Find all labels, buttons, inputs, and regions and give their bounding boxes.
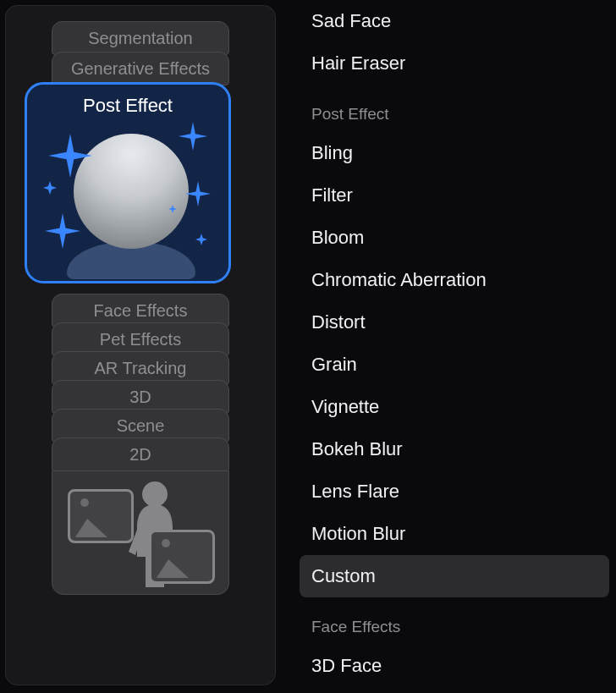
category-card-2d[interactable]: 2D bbox=[52, 437, 229, 471]
effect-item-bloom[interactable]: Bloom bbox=[300, 217, 609, 259]
sparkle-icon bbox=[43, 181, 57, 195]
post-effect-illustration bbox=[43, 122, 212, 274]
section-title-face-effects: Face Effects bbox=[300, 597, 609, 645]
effect-item-motion-blur[interactable]: Motion Blur bbox=[300, 513, 609, 555]
sparkle-icon bbox=[168, 205, 177, 213]
sparkle-icon bbox=[48, 134, 92, 178]
category-card-post-effect[interactable]: Post Effect bbox=[25, 82, 231, 283]
effect-item-grain[interactable]: Grain bbox=[300, 344, 609, 386]
effect-item-custom[interactable]: Custom bbox=[300, 555, 609, 597]
category-card-segmentation[interactable]: Segmentation bbox=[52, 21, 229, 55]
image-icon bbox=[149, 530, 215, 584]
effect-item-bling[interactable]: Bling bbox=[300, 132, 609, 174]
card-stack-above: Segmentation Generative Effects bbox=[25, 21, 256, 82]
effect-item-distort[interactable]: Distort bbox=[300, 301, 609, 344]
card-stack-below: Face Effects Pet Effects AR Tracking 3D … bbox=[25, 295, 256, 595]
sparkle-icon bbox=[45, 213, 80, 249]
selected-card-title: Post Effect bbox=[83, 95, 173, 117]
face-effects-group: 3D Face bbox=[300, 645, 609, 687]
category-card-thumb[interactable] bbox=[52, 468, 229, 595]
post-effect-group: Bling Filter Bloom Chromatic Aberration … bbox=[300, 132, 609, 597]
top-items-group: Sad Face Hair Eraser bbox=[300, 0, 609, 85]
effect-item-lens-flare[interactable]: Lens Flare bbox=[300, 470, 609, 513]
sparkle-icon bbox=[179, 122, 207, 151]
sparkle-icon bbox=[185, 181, 211, 206]
effect-item-vignette[interactable]: Vignette bbox=[300, 386, 609, 428]
effect-item-sad-face[interactable]: Sad Face bbox=[300, 0, 609, 42]
sparkle-icon bbox=[195, 234, 207, 245]
category-panel: Segmentation Generative Effects Post Eff… bbox=[5, 5, 276, 685]
effect-item-filter[interactable]: Filter bbox=[300, 174, 609, 217]
category-card-generative-effects[interactable]: Generative Effects bbox=[52, 52, 229, 85]
svg-point-0 bbox=[142, 481, 168, 507]
effect-item-bokeh-blur[interactable]: Bokeh Blur bbox=[300, 428, 609, 470]
image-icon bbox=[68, 489, 134, 543]
effect-item-3d-face[interactable]: 3D Face bbox=[300, 645, 609, 687]
effects-list: Sad Face Hair Eraser Post Effect Bling F… bbox=[279, 0, 616, 693]
section-title-post-effect: Post Effect bbox=[300, 85, 609, 132]
effect-item-hair-eraser[interactable]: Hair Eraser bbox=[300, 42, 609, 85]
effect-item-chromatic-aberration[interactable]: Chromatic Aberration bbox=[300, 259, 609, 301]
